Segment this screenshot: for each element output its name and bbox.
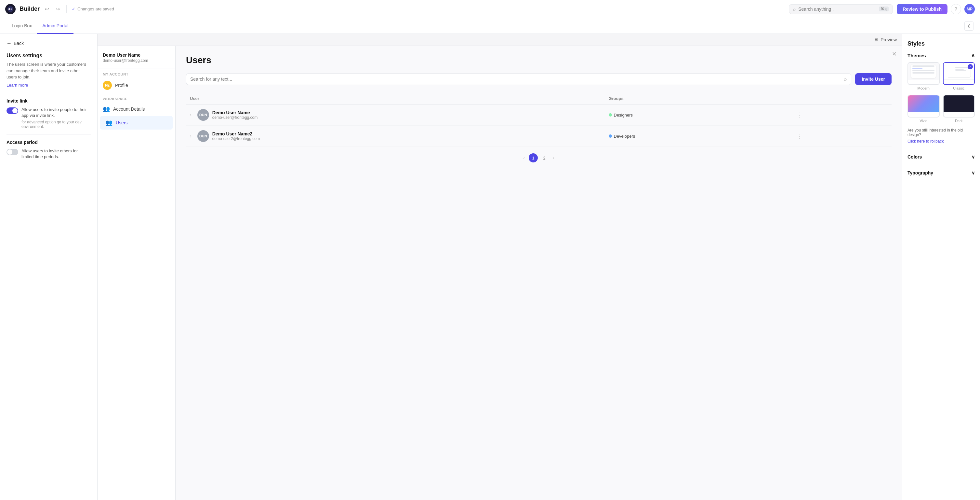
portal-nav-section-myaccount: MY ACCOUNT [97, 69, 175, 77]
users-table-body: › DUN Demo User Name demo-user@frontegg.… [186, 104, 892, 147]
group-dot-1 [609, 113, 612, 117]
typography-chevron-icon: ∨ [972, 170, 975, 176]
invite-link-toggle-row: Allow users to invite people to their ap… [6, 107, 91, 129]
search-shortcut: ⌘ K [879, 6, 889, 11]
typography-subsection: Typography ∨ [907, 165, 975, 176]
typography-label: Typography [907, 170, 933, 176]
table-row: › DUN Demo User Name2 demo-user2@fronteg… [186, 126, 892, 147]
themes-grid: Modern ✓ [907, 62, 975, 124]
access-period-toggle[interactable] [6, 149, 18, 155]
theme-modern-label: Modern [907, 85, 940, 91]
rollback-link[interactable]: Click here to rollback [907, 139, 943, 144]
page-1-button[interactable]: 1 [529, 153, 538, 163]
global-search[interactable]: ⌕ ⌘ K [789, 4, 893, 14]
colors-section-header[interactable]: Colors ∨ [907, 154, 975, 160]
page-2-button[interactable]: 2 [540, 153, 549, 163]
user-email-1: demo-user@frontegg.com [212, 115, 258, 120]
expand-icon-2[interactable]: › [190, 133, 191, 139]
portal-nav-profile[interactable]: FE Profile [97, 77, 175, 93]
portal-main: ✕ Users ⌕ Invite User User [176, 46, 902, 500]
portal-sidebar: Demo User Name demo-user@frontegg.com MY… [97, 46, 176, 500]
svg-point-2 [11, 8, 12, 10]
right-sidebar: Styles Themes ∧ Mo [902, 34, 980, 500]
theme-modern[interactable]: Modern [907, 62, 940, 91]
user-group-1: Designers [605, 104, 790, 126]
users-search[interactable]: ⌕ [186, 73, 851, 85]
learn-more-link[interactable]: Learn more [6, 83, 28, 88]
undo-button[interactable]: ↩ [44, 5, 50, 13]
rollback-text: Are you still interested in the old desi… [907, 128, 975, 137]
access-period-label: Allow users to invite others for limited… [21, 148, 91, 160]
prev-page-button[interactable]: ‹ [521, 154, 527, 162]
tab-admin-portal[interactable]: Admin Portal [37, 18, 73, 34]
preview-button[interactable]: 🖥 Preview [874, 37, 897, 42]
profile-avatar: FE [103, 81, 112, 90]
user-cell-2: › DUN Demo User Name2 demo-user2@fronteg… [186, 126, 605, 147]
group-dot-2 [609, 134, 612, 138]
expand-icon[interactable]: › [190, 112, 191, 118]
invite-link-toggle[interactable] [6, 107, 18, 114]
nav-divider [66, 5, 67, 13]
close-button[interactable]: ✕ [892, 50, 897, 58]
portal-user-name: Demo User Name [103, 53, 170, 58]
center-content: 🖥 Preview Demo User Name demo-user@front… [97, 34, 902, 500]
access-period-toggle-row: Allow users to invite others for limited… [6, 148, 91, 160]
table-row: › DUN Demo User Name demo-user@frontegg.… [186, 104, 892, 126]
styles-title: Styles [907, 40, 975, 47]
invite-link-sublabel: for advanced option go to your dev envir… [21, 120, 91, 129]
portal-nav-account-details-label: Account Details [113, 107, 145, 112]
theme-dark-preview [943, 95, 974, 112]
help-button[interactable]: ? [951, 4, 961, 14]
theme-dark[interactable]: Dark [943, 95, 975, 124]
typography-section-header[interactable]: Typography ∨ [907, 170, 975, 176]
user-name-1: Demo User Name [212, 110, 258, 115]
col-groups: Groups [605, 93, 790, 104]
theme-vivid-label: Vivid [907, 118, 940, 124]
search-icon: ⌕ [844, 76, 847, 82]
theme-dark-label: Dark [943, 118, 975, 124]
colors-chevron-icon: ∨ [972, 154, 975, 160]
user-cell-1: › DUN Demo User Name demo-user@frontegg.… [186, 104, 605, 126]
portal-nav-section-workspace: WORKSPACE [97, 93, 175, 102]
user-avatar-1: DUN [197, 109, 209, 121]
tabs-bar: Login Box Admin Portal ❮ [0, 18, 980, 34]
left-sidebar: ← Back Users settings The users screen i… [0, 34, 97, 500]
theme-selected-check: ✓ [968, 64, 973, 69]
app-brand: Builder [19, 6, 40, 12]
access-period-title: Access period [6, 140, 91, 145]
tab-login-box[interactable]: Login Box [6, 18, 37, 34]
portal-area: Demo User Name demo-user@frontegg.com MY… [97, 46, 902, 500]
theme-classic[interactable]: ✓ Classic [943, 62, 975, 91]
user-actions-1: ⋮ [790, 104, 892, 126]
invite-link-label: Allow users to invite people to their ap… [21, 107, 91, 118]
search-input[interactable] [798, 6, 876, 12]
portal-nav-account-details[interactable]: 👥 Account Details [97, 102, 175, 116]
users-settings-title: Users settings [6, 53, 91, 59]
users-search-input[interactable] [190, 77, 841, 82]
invite-link-title: Invite link [6, 98, 91, 104]
theme-modern-card[interactable] [907, 62, 940, 85]
redo-button[interactable]: ↪ [54, 5, 61, 13]
theme-vivid-card[interactable] [907, 95, 940, 118]
tabs-collapse-button[interactable]: ❮ [964, 21, 974, 30]
theme-classic-card[interactable]: ✓ [943, 62, 975, 85]
more-options-button-2[interactable]: ⋮ [794, 131, 805, 141]
portal-nav-users[interactable]: 👥 Users [100, 116, 173, 129]
portal-nav-profile-label: Profile [115, 83, 128, 88]
review-publish-button[interactable]: Review to Publish [897, 4, 948, 14]
save-status: ✓ Changes are saved [72, 6, 785, 11]
themes-chevron-up-icon: ∧ [971, 53, 975, 58]
colors-subsection: Colors ∨ [907, 149, 975, 160]
portal-user-email: demo-user@frontegg.com [103, 58, 170, 63]
user-avatar[interactable]: MP [964, 4, 975, 14]
next-page-button[interactable]: › [551, 154, 556, 162]
themes-section-header[interactable]: Themes ∧ [907, 53, 975, 58]
user-avatar-2: DUN [197, 130, 209, 142]
theme-dark-card[interactable] [943, 95, 975, 118]
more-options-button-1[interactable]: ⋮ [794, 110, 805, 120]
back-button[interactable]: ← Back [6, 40, 91, 46]
colors-label: Colors [907, 154, 922, 160]
theme-vivid[interactable]: Vivid [907, 95, 940, 124]
invite-user-button[interactable]: Invite User [855, 73, 892, 85]
users-table: User Groups › DUN [186, 93, 892, 147]
